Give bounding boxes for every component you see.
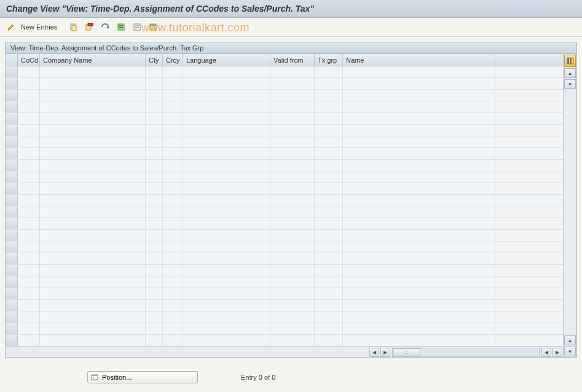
cell-name[interactable] [343,230,495,241]
cell-valid-from[interactable] [270,90,315,101]
vscroll-down2-icon[interactable]: ▼ [564,347,576,356]
cell-cocd[interactable] [18,265,40,276]
cell-company-name[interactable] [40,218,146,229]
cell-cty[interactable] [146,183,163,194]
cell-language[interactable] [183,125,270,136]
cell-company-name[interactable] [40,276,146,288]
cell-language[interactable] [183,206,270,218]
table-row[interactable] [6,241,563,253]
cell-cty[interactable] [146,265,163,276]
cell-language[interactable] [183,66,270,77]
cell-company-name[interactable] [40,113,146,124]
hscroll-left2-icon[interactable]: ◀ [541,348,551,357]
cell-cocd[interactable] [18,148,40,159]
cell-valid-from[interactable] [270,206,315,218]
cell-cty[interactable] [146,288,163,299]
table-row[interactable] [6,66,563,78]
cell-valid-from[interactable] [270,241,315,253]
col-header-name[interactable]: Name [343,54,495,66]
cell-name[interactable] [343,218,495,229]
deselect-all-icon[interactable] [131,21,143,33]
cell-crcy[interactable] [163,183,183,194]
cell-company-name[interactable] [40,195,146,206]
cell-company-name[interactable] [40,230,146,241]
cell-crcy[interactable] [163,253,183,264]
cell-company-name[interactable] [40,160,146,171]
col-header-language[interactable]: Language [183,54,270,66]
cell-cty[interactable] [146,230,163,241]
cell-valid-from[interactable] [270,288,315,299]
cell-crcy[interactable] [163,101,183,112]
cell-name[interactable] [343,148,495,159]
cell-valid-from[interactable] [270,312,315,323]
cell-cocd[interactable] [18,171,40,182]
cell-crcy[interactable] [163,90,183,101]
row-selector[interactable] [6,136,18,147]
cell-language[interactable] [183,265,270,276]
vscroll-down-icon[interactable]: ▼ [564,79,576,89]
col-header-cty[interactable]: Cty [146,54,163,66]
cell-crcy[interactable] [163,195,183,206]
cell-valid-from[interactable] [270,253,315,264]
cell-tx-grp[interactable] [315,312,343,323]
cell-company-name[interactable] [40,288,146,299]
hscroll-thumb[interactable]: ::: [393,348,420,356]
cell-tx-grp[interactable] [315,171,343,182]
cell-tx-grp[interactable] [315,300,343,311]
cell-company-name[interactable] [40,253,146,264]
cell-cty[interactable] [146,253,163,264]
row-selector[interactable] [6,148,18,159]
cell-company-name[interactable] [40,136,146,147]
cell-valid-from[interactable] [270,276,315,288]
row-selector[interactable] [6,335,18,346]
cell-company-name[interactable] [40,335,146,346]
cell-cocd[interactable] [18,136,40,147]
cell-tx-grp[interactable] [315,265,343,276]
cell-company-name[interactable] [40,78,146,89]
row-selector[interactable] [6,66,18,77]
cell-language[interactable] [183,101,270,112]
cell-valid-from[interactable] [270,66,315,77]
row-selector-header[interactable] [6,54,18,66]
table-row[interactable] [6,335,563,347]
cell-company-name[interactable] [40,66,146,77]
cell-cty[interactable] [146,171,163,182]
table-row[interactable] [6,113,563,125]
cell-company-name[interactable] [40,171,146,182]
cell-tx-grp[interactable] [315,136,343,147]
cell-cty[interactable] [146,300,163,311]
row-selector[interactable] [6,300,18,311]
cell-cocd[interactable] [18,183,40,194]
vscroll-up2-icon[interactable]: ▲ [564,335,576,345]
table-row[interactable] [6,276,563,288]
cell-cocd[interactable] [18,206,40,218]
cell-name[interactable] [343,265,495,276]
cell-company-name[interactable] [40,241,146,253]
cell-crcy[interactable] [163,113,183,124]
cell-cty[interactable] [146,101,163,112]
cell-language[interactable] [183,148,270,159]
cell-tx-grp[interactable] [315,195,343,206]
cell-language[interactable] [183,323,270,334]
cell-language[interactable] [183,195,270,206]
row-selector[interactable] [6,265,18,276]
table-row[interactable] [6,136,563,148]
col-header-company-name[interactable]: Company Name [40,54,146,66]
table-row[interactable] [6,206,563,218]
cell-crcy[interactable] [163,335,183,346]
cell-name[interactable] [343,183,495,194]
vscroll-track[interactable] [564,90,576,335]
cell-language[interactable] [183,218,270,229]
cell-name[interactable] [343,241,495,253]
cell-valid-from[interactable] [270,183,315,194]
cell-crcy[interactable] [163,265,183,276]
cell-language[interactable] [183,78,270,89]
cell-name[interactable] [343,113,495,124]
cell-language[interactable] [183,300,270,311]
row-selector[interactable] [6,160,18,171]
cell-tx-grp[interactable] [315,323,343,334]
row-selector[interactable] [6,206,18,218]
cell-cty[interactable] [146,90,163,101]
cell-cty[interactable] [146,160,163,171]
cell-cocd[interactable] [18,160,40,171]
